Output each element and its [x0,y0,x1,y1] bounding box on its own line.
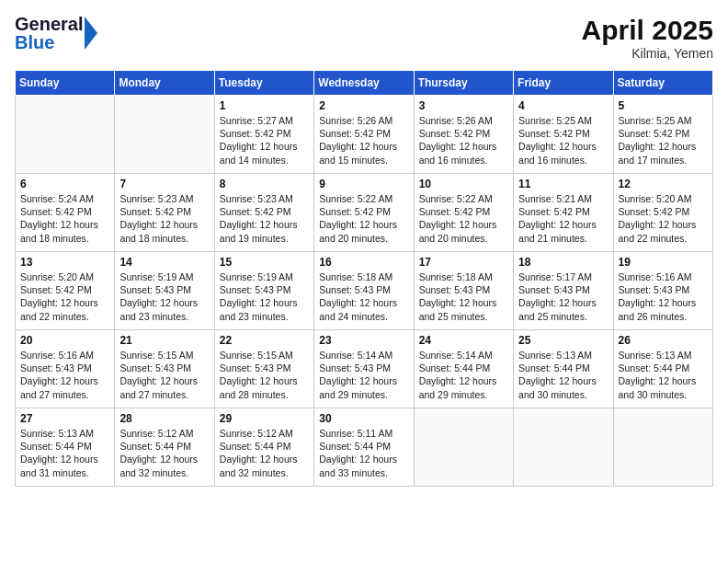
day-info: Sunrise: 5:15 AMSunset: 5:43 PMDaylight:… [220,349,309,401]
day-number: 10 [419,178,508,190]
col-tuesday: Tuesday [214,71,313,96]
calendar-cell: 12Sunrise: 5:20 AMSunset: 5:42 PMDayligh… [613,174,712,252]
day-info: Sunrise: 5:23 AMSunset: 5:42 PMDaylight:… [119,192,209,245]
calendar-cell [414,408,513,487]
calendar-cell: 14Sunrise: 5:19 AMSunset: 5:43 PMDayligh… [115,252,214,330]
day-info: Sunrise: 5:25 AMSunset: 5:42 PMDaylight:… [518,114,608,167]
day-number: 30 [319,412,408,425]
day-info: Sunrise: 5:18 AMSunset: 5:43 PMDaylight:… [319,270,408,323]
day-number: 3 [419,99,508,112]
day-info: Sunrise: 5:20 AMSunset: 5:42 PMDaylight:… [20,270,109,323]
day-number: 16 [319,256,408,269]
calendar-cell: 4Sunrise: 5:25 AMSunset: 5:42 PMDaylight… [514,96,613,174]
calendar-cell [115,96,214,174]
calendar-cell: 17Sunrise: 5:18 AMSunset: 5:43 PMDayligh… [414,252,513,330]
day-number: 28 [119,412,209,425]
day-number: 23 [319,334,408,347]
calendar-cell [514,408,613,487]
day-info: Sunrise: 5:17 AMSunset: 5:43 PMDaylight:… [518,270,608,323]
day-info: Sunrise: 5:14 AMSunset: 5:43 PMDaylight:… [319,349,408,401]
logo: General Blue [15,15,103,52]
day-number: 7 [119,178,209,190]
day-info: Sunrise: 5:22 AMSunset: 5:42 PMDaylight:… [419,192,508,245]
day-info: Sunrise: 5:26 AMSunset: 5:42 PMDaylight:… [319,114,408,167]
day-info: Sunrise: 5:18 AMSunset: 5:43 PMDaylight:… [419,270,508,323]
day-number: 1 [220,99,309,112]
day-number: 27 [20,412,109,425]
calendar-cell [16,96,115,174]
calendar-cell: 24Sunrise: 5:14 AMSunset: 5:44 PMDayligh… [414,330,513,408]
calendar-week-row: 27Sunrise: 5:13 AMSunset: 5:44 PMDayligh… [16,408,713,487]
logo-arrow-icon [85,17,103,50]
col-friday: Friday [514,71,613,96]
logo-text-wrapper: General Blue [15,15,83,52]
location-subtitle: Kilmia, Yemen [582,46,713,61]
day-number: 12 [619,178,708,190]
calendar-table: Sunday Monday Tuesday Wednesday Thursday… [15,70,713,487]
day-number: 8 [220,178,309,190]
day-info: Sunrise: 5:13 AMSunset: 5:44 PMDaylight:… [619,349,708,401]
calendar-cell: 21Sunrise: 5:15 AMSunset: 5:43 PMDayligh… [115,330,214,408]
day-info: Sunrise: 5:20 AMSunset: 5:42 PMDaylight:… [619,192,708,245]
calendar-week-row: 1Sunrise: 5:27 AMSunset: 5:42 PMDaylight… [16,96,713,174]
calendar-cell: 15Sunrise: 5:19 AMSunset: 5:43 PMDayligh… [214,252,313,330]
day-info: Sunrise: 5:22 AMSunset: 5:42 PMDaylight:… [319,192,408,245]
calendar-cell: 30Sunrise: 5:11 AMSunset: 5:44 PMDayligh… [314,408,414,487]
calendar-week-row: 20Sunrise: 5:16 AMSunset: 5:43 PMDayligh… [16,330,713,408]
day-number: 6 [20,178,109,190]
day-info: Sunrise: 5:14 AMSunset: 5:44 PMDaylight:… [419,349,508,401]
title-block: April 2025 Kilmia, Yemen [582,15,713,61]
day-number: 11 [518,178,608,190]
calendar-cell: 5Sunrise: 5:25 AMSunset: 5:42 PMDaylight… [613,96,712,174]
calendar-cell: 11Sunrise: 5:21 AMSunset: 5:42 PMDayligh… [514,174,613,252]
calendar-cell: 7Sunrise: 5:23 AMSunset: 5:42 PMDaylight… [115,174,214,252]
day-info: Sunrise: 5:11 AMSunset: 5:44 PMDaylight:… [319,427,408,479]
day-number: 18 [518,256,608,269]
day-info: Sunrise: 5:21 AMSunset: 5:42 PMDaylight:… [518,192,608,245]
day-info: Sunrise: 5:26 AMSunset: 5:42 PMDaylight:… [419,114,508,167]
calendar-cell: 22Sunrise: 5:15 AMSunset: 5:43 PMDayligh… [214,330,313,408]
calendar-cell: 6Sunrise: 5:24 AMSunset: 5:42 PMDaylight… [16,174,115,252]
calendar-cell: 28Sunrise: 5:12 AMSunset: 5:44 PMDayligh… [115,408,214,487]
calendar-cell: 25Sunrise: 5:13 AMSunset: 5:44 PMDayligh… [514,330,613,408]
calendar-week-row: 13Sunrise: 5:20 AMSunset: 5:42 PMDayligh… [16,252,713,330]
day-info: Sunrise: 5:19 AMSunset: 5:43 PMDaylight:… [220,270,309,323]
day-number: 21 [119,334,209,347]
calendar-cell [613,408,712,487]
day-info: Sunrise: 5:13 AMSunset: 5:44 PMDaylight:… [20,427,109,479]
logo-blue-text: Blue [15,33,83,52]
col-sunday: Sunday [16,71,115,96]
calendar-week-row: 6Sunrise: 5:24 AMSunset: 5:42 PMDaylight… [16,174,713,252]
day-info: Sunrise: 5:27 AMSunset: 5:42 PMDaylight:… [220,114,309,167]
day-number: 2 [319,99,408,112]
calendar-cell: 19Sunrise: 5:16 AMSunset: 5:43 PMDayligh… [613,252,712,330]
day-number: 22 [220,334,309,347]
calendar-cell: 1Sunrise: 5:27 AMSunset: 5:42 PMDaylight… [214,96,313,174]
day-info: Sunrise: 5:12 AMSunset: 5:44 PMDaylight:… [119,427,209,479]
month-year-title: April 2025 [582,15,713,46]
col-thursday: Thursday [414,71,513,96]
calendar-cell: 13Sunrise: 5:20 AMSunset: 5:42 PMDayligh… [16,252,115,330]
col-saturday: Saturday [613,71,712,96]
day-info: Sunrise: 5:15 AMSunset: 5:43 PMDaylight:… [119,349,209,401]
day-number: 15 [220,256,309,269]
calendar-header-row: Sunday Monday Tuesday Wednesday Thursday… [16,71,713,96]
calendar-cell: 20Sunrise: 5:16 AMSunset: 5:43 PMDayligh… [16,330,115,408]
day-info: Sunrise: 5:13 AMSunset: 5:44 PMDaylight:… [518,349,608,401]
logo-general-text: General [15,15,83,33]
day-number: 14 [119,256,209,269]
day-info: Sunrise: 5:16 AMSunset: 5:43 PMDaylight:… [20,349,109,401]
day-info: Sunrise: 5:16 AMSunset: 5:43 PMDaylight:… [619,270,708,323]
calendar-cell: 8Sunrise: 5:23 AMSunset: 5:42 PMDaylight… [214,174,313,252]
calendar-cell: 10Sunrise: 5:22 AMSunset: 5:42 PMDayligh… [414,174,513,252]
day-number: 5 [619,99,708,112]
day-number: 25 [518,334,608,347]
page-header: General Blue April 2025 Kilmia, Yemen [15,15,713,61]
calendar-cell: 2Sunrise: 5:26 AMSunset: 5:42 PMDaylight… [314,96,414,174]
col-wednesday: Wednesday [314,71,414,96]
day-info: Sunrise: 5:25 AMSunset: 5:42 PMDaylight:… [619,114,708,167]
calendar-cell: 18Sunrise: 5:17 AMSunset: 5:43 PMDayligh… [514,252,613,330]
calendar-cell: 23Sunrise: 5:14 AMSunset: 5:43 PMDayligh… [314,330,414,408]
day-info: Sunrise: 5:24 AMSunset: 5:42 PMDaylight:… [20,192,109,245]
col-monday: Monday [115,71,214,96]
